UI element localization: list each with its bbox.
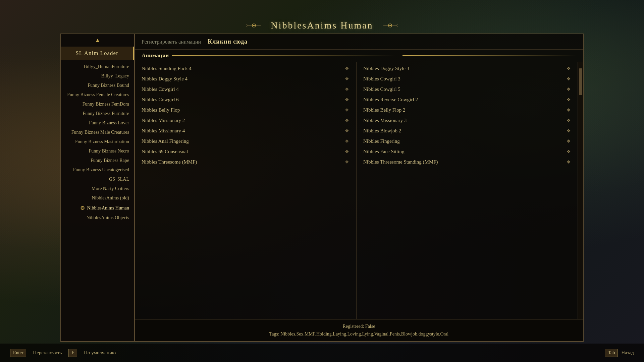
right-anim-name-5: Nibbles Missionary 3 xyxy=(363,118,407,123)
sidebar-item-11[interactable]: Funny Bizness Uncatogerised xyxy=(61,165,134,175)
sidebar-item-9[interactable]: Funny Bizness Necro xyxy=(61,146,134,156)
animations-header: Анимации xyxy=(135,50,583,62)
sidebar-item-label-16: NibblesAnims Objects xyxy=(87,215,129,221)
sidebar-item-7[interactable]: Funny Bizness Male Creatures xyxy=(61,128,134,137)
left-anim-name-0: Nibbles Standing Fuck 4 xyxy=(142,66,192,71)
keybinds-bar: EnterПереключитьFПо умолчаниюTabНазад xyxy=(0,344,644,362)
left-anim-item-3[interactable]: Nibbles Cowgirl 6❖ xyxy=(135,95,356,105)
anim-register-icon-right-0[interactable]: ❖ xyxy=(567,66,571,71)
left-anim-item-1[interactable]: Nibbles Doggy Style 4❖ xyxy=(135,74,356,84)
left-anim-item-9[interactable]: Nibbles Threesome (MMF)❖ xyxy=(135,157,356,167)
sidebar-item-8[interactable]: Funny Bizness Masturbation xyxy=(61,137,134,146)
right-anim-item-9[interactable]: Nibbles Threesome Standing (MMF)❖ xyxy=(357,157,578,167)
anim-register-icon-left-7[interactable]: ❖ xyxy=(345,138,349,144)
right-anim-item-0[interactable]: Nibbles Doggy Style 3❖ xyxy=(357,63,578,74)
sidebar-item-2[interactable]: Funny Bizness Bound xyxy=(61,81,134,90)
active-sidebar-icon: ⚙ xyxy=(80,205,85,211)
animations-label: Анимации xyxy=(142,52,169,59)
left-anim-name-3: Nibbles Cowgirl 6 xyxy=(142,97,179,103)
window-title: NibblesAnims Human xyxy=(264,20,380,31)
right-anim-item-4[interactable]: Nibbles Belly Flop 2❖ xyxy=(357,105,578,115)
anim-register-icon-left-6[interactable]: ❖ xyxy=(345,128,349,134)
animations-section: Анимации Nibbles Standing Fuck 4❖Nibbles… xyxy=(135,50,583,319)
right-anim-name-3: Nibbles Reverse Cowgirl 2 xyxy=(363,97,418,103)
left-anim-item-0[interactable]: Nibbles Standing Fuck 4❖ xyxy=(135,63,356,74)
sidebar-up-arrow[interactable]: ▲ xyxy=(61,34,134,47)
sidebar-item-10[interactable]: Funny Bizness Rape xyxy=(61,156,134,165)
left-anim-item-4[interactable]: Nibbles Belly Flop❖ xyxy=(135,105,356,115)
anim-register-icon-right-9[interactable]: ❖ xyxy=(567,159,571,165)
sidebar-item-label-1: Billyy_Legacy xyxy=(101,73,129,79)
right-divider-header xyxy=(402,55,576,56)
sidebar-item-label-8: Funny Bizness Masturbation xyxy=(75,139,129,144)
click-here-button[interactable]: Кликни сюда xyxy=(208,38,248,45)
left-divider xyxy=(172,55,395,56)
status-bar: Registered: False Tags: Nibbles,Sex,MMF,… xyxy=(135,319,583,341)
left-anim-item-2[interactable]: Nibbles Cowgirl 4❖ xyxy=(135,84,356,95)
left-anim-item-6[interactable]: Nibbles Missionary 4❖ xyxy=(135,126,356,136)
left-anim-item-5[interactable]: Nibbles Missionary 2❖ xyxy=(135,115,356,126)
anim-register-icon-left-8[interactable]: ❖ xyxy=(345,149,349,155)
sidebar-item-6[interactable]: Funny Bizness Lover xyxy=(61,118,134,128)
sidebar-item-label-14: NibblesAnims (old) xyxy=(92,195,129,201)
sidebar-item-label-10: Funny Bizness Rape xyxy=(91,158,129,163)
register-text: Регистрировать анимации xyxy=(142,39,201,45)
sidebar-item-15[interactable]: ⚙NibblesAnims Human xyxy=(61,203,134,213)
anim-register-icon-right-7[interactable]: ❖ xyxy=(567,138,571,144)
sidebar-item-3[interactable]: Funny Bizness Female Creatures xyxy=(61,90,134,100)
sidebar-item-14[interactable]: NibblesAnims (old) xyxy=(61,193,134,203)
sidebar-item-0[interactable]: Billyy_HumanFurniture xyxy=(61,62,134,71)
sidebar-item-label-5: Funny Bizness Furniture xyxy=(83,111,129,116)
left-anim-item-7[interactable]: Nibbles Anal Fingering❖ xyxy=(135,136,356,146)
right-anim-item-1[interactable]: Nibbles Cowgirl 3❖ xyxy=(357,74,578,84)
anim-register-icon-right-2[interactable]: ❖ xyxy=(567,86,571,92)
right-anim-item-3[interactable]: Nibbles Reverse Cowgirl 2❖ xyxy=(357,95,578,105)
left-anim-name-9: Nibbles Threesome (MMF) xyxy=(142,159,197,165)
sidebar-item-12[interactable]: GS_SLAL xyxy=(61,175,134,184)
right-anim-item-2[interactable]: Nibbles Cowgirl 5❖ xyxy=(357,84,578,95)
content-wrapper: ▲ SL Anim Loader Billyy_HumanFurnitureBi… xyxy=(60,34,584,342)
anim-register-icon-left-4[interactable]: ❖ xyxy=(345,107,349,113)
title-ornament-left xyxy=(244,20,264,31)
anim-register-icon-left-5[interactable]: ❖ xyxy=(345,118,349,123)
sidebar-item-label-2: Funny Bizness Bound xyxy=(88,83,129,88)
sidebar-item-16[interactable]: NibblesAnims Objects xyxy=(61,213,134,223)
key-badge-right-0: Tab xyxy=(605,349,618,357)
right-anim-name-0: Nibbles Doggy Style 3 xyxy=(363,66,409,71)
anim-register-icon-left-1[interactable]: ❖ xyxy=(345,76,349,82)
right-anim-name-4: Nibbles Belly Flop 2 xyxy=(363,107,405,113)
scrollbar-thumb[interactable] xyxy=(579,68,582,95)
sidebar-item-label-0: Billyy_HumanFurniture xyxy=(84,64,129,69)
scrollbar[interactable] xyxy=(578,62,583,319)
right-anim-item-5[interactable]: Nibbles Missionary 3❖ xyxy=(357,115,578,126)
anim-register-icon-right-6[interactable]: ❖ xyxy=(567,128,571,134)
anim-register-icon-right-5[interactable]: ❖ xyxy=(567,118,571,123)
anim-register-icon-right-1[interactable]: ❖ xyxy=(567,76,571,82)
anim-register-icon-left-9[interactable]: ❖ xyxy=(345,159,349,165)
sidebar-item-5[interactable]: Funny Bizness Furniture xyxy=(61,109,134,118)
left-anim-item-8[interactable]: Nibbles 69 Consensual❖ xyxy=(135,146,356,157)
right-anim-item-8[interactable]: Nibbles Face Sitting❖ xyxy=(357,146,578,157)
anim-register-icon-right-3[interactable]: ❖ xyxy=(567,97,571,103)
anim-register-icon-left-0[interactable]: ❖ xyxy=(345,66,349,71)
sidebar-item-4[interactable]: Funny Bizness FemDom xyxy=(61,100,134,109)
tags-status: Tags: Nibbles,Sex,MMF,Holding,Laying,Lov… xyxy=(142,330,576,338)
sidebar-header: SL Anim Loader xyxy=(61,47,134,60)
sidebar-title: SL Anim Loader xyxy=(75,50,118,56)
panel-header: Регистрировать анимации Кликни сюда xyxy=(135,34,583,50)
sidebar-item-label-6: Funny Bizness Lover xyxy=(89,120,129,126)
right-anim-item-6[interactable]: Nibbles Blowjob 2❖ xyxy=(357,126,578,136)
sidebar-items-list: Billyy_HumanFurnitureBillyy_LegacyFunny … xyxy=(61,60,134,341)
right-anim-name-2: Nibbles Cowgirl 5 xyxy=(363,86,400,92)
key-label-right-0: Назад xyxy=(621,350,634,356)
anim-register-icon-right-4[interactable]: ❖ xyxy=(567,107,571,113)
right-anim-item-7[interactable]: Nibbles Fingering❖ xyxy=(357,136,578,146)
anim-register-icon-left-3[interactable]: ❖ xyxy=(345,97,349,103)
right-anim-list: Nibbles Doggy Style 3❖Nibbles Cowgirl 3❖… xyxy=(357,62,578,319)
sidebar-item-13[interactable]: More Nasty Critters xyxy=(61,184,134,193)
anim-register-icon-left-2[interactable]: ❖ xyxy=(345,86,349,92)
anim-register-icon-right-8[interactable]: ❖ xyxy=(567,149,571,155)
sidebar-item-1[interactable]: Billyy_Legacy xyxy=(61,71,134,81)
sidebar-item-label-13: More Nasty Critters xyxy=(92,186,129,191)
key-label-1: По умолчанию xyxy=(84,350,116,356)
